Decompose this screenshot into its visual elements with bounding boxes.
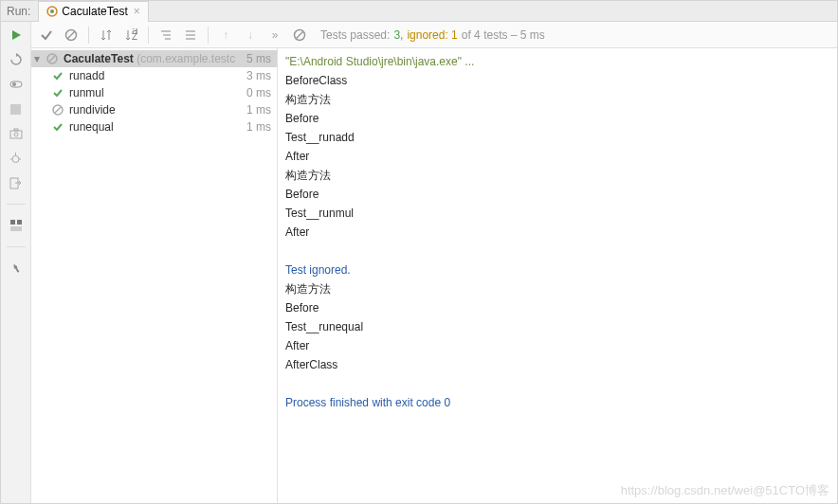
console-line: 构造方法	[285, 279, 829, 298]
tree-item-time: 1 ms	[246, 120, 271, 134]
console-line: Before	[285, 185, 829, 204]
rerun-icon[interactable]	[9, 52, 24, 67]
console-line: Before	[285, 109, 829, 128]
svg-line-21	[296, 31, 303, 39]
svg-rect-7	[14, 129, 18, 131]
svg-text:z: z	[132, 29, 137, 42]
svg-line-17	[67, 31, 75, 39]
tree-root-time: 5 ms	[246, 52, 271, 65]
console-line: BeforeClass	[285, 71, 829, 90]
console-line: 构造方法	[285, 166, 829, 185]
console-line: After	[285, 223, 829, 242]
tree-item-time: 3 ms	[246, 69, 271, 82]
console-line: Test__runequal	[285, 317, 829, 336]
up-icon[interactable]: ↑	[216, 26, 235, 45]
status-suffix: of 4 tests – 5 ms	[462, 28, 545, 42]
console-line: After	[285, 147, 829, 166]
tree-item[interactable]: runequal1 ms	[31, 118, 277, 135]
tree-item-name: rundivide	[69, 103, 243, 117]
console-line: AfterClass	[285, 355, 829, 374]
svg-line-25	[55, 107, 61, 113]
toolbar-divider	[208, 27, 209, 44]
ignored-block: ignored: 1	[407, 28, 457, 42]
console-exit: Process finished with exit code 0	[285, 393, 829, 412]
skip-icon	[46, 53, 60, 64]
tab-bar: Run: CaculateTest ×	[1, 1, 837, 22]
tree-item-name: runadd	[69, 69, 243, 82]
test-toolbar: az ↑ ↓ » Tests passed: 3, ignored: 1 of …	[31, 22, 837, 48]
svg-line-23	[49, 56, 55, 62]
pass-icon	[52, 121, 65, 133]
console-line: Test__runadd	[285, 128, 829, 147]
more-icon[interactable]: »	[265, 26, 284, 45]
expand-arrow-icon[interactable]: ▾	[31, 52, 43, 65]
tree-item[interactable]: rundivide1 ms	[31, 101, 277, 118]
passed-count: 3,	[393, 28, 403, 42]
svg-point-8	[12, 155, 19, 162]
tree-item-name: runmul	[69, 86, 243, 99]
console-line	[285, 242, 829, 261]
run-label: Run:	[7, 5, 30, 18]
console-ignored: Test ignored.	[285, 261, 829, 279]
run-icon[interactable]	[9, 27, 24, 43]
console-command: "E:\Android Studio\jre\bin\java.exe" ...	[285, 52, 829, 71]
skip-icon	[52, 104, 65, 116]
console-line: After	[285, 336, 829, 355]
tree-item-name: runequal	[69, 120, 243, 134]
toggle-icon[interactable]	[9, 77, 24, 92]
tree-item-time: 0 ms	[246, 86, 271, 99]
svg-point-3	[12, 82, 16, 86]
camera-icon[interactable]	[9, 126, 24, 141]
collapse-icon[interactable]	[181, 26, 200, 45]
status-prefix: Tests passed:	[320, 28, 390, 42]
bug-icon[interactable]	[9, 151, 24, 166]
stop-icon[interactable]	[9, 101, 24, 117]
expand-icon[interactable]	[156, 26, 175, 45]
svg-point-1	[50, 9, 54, 13]
tree-item-time: 1 ms	[246, 103, 271, 117]
skip-status-icon	[290, 26, 309, 45]
tab-name: CaculateTest	[62, 5, 127, 18]
test-tree[interactable]: ▾ CaculateTest (com.example.testc 5 ms r…	[31, 48, 278, 503]
tree-root[interactable]: ▾ CaculateTest (com.example.testc 5 ms	[31, 50, 277, 67]
gutter-separator	[7, 204, 26, 205]
svg-rect-5	[10, 131, 22, 138]
status-text: Tests passed: 3, ignored: 1 of 4 tests –…	[320, 28, 545, 42]
watermark: https://blog.csdn.net/wei@51CTO博客	[621, 482, 829, 499]
tree-item[interactable]: runadd3 ms	[31, 67, 277, 84]
pass-icon	[52, 87, 65, 99]
exit-icon[interactable]	[9, 175, 24, 190]
down-icon[interactable]: ↓	[241, 26, 260, 45]
toolbar-divider	[88, 27, 89, 44]
svg-rect-13	[10, 220, 15, 225]
close-icon[interactable]: ×	[134, 5, 140, 18]
skip-filter-icon[interactable]	[62, 26, 81, 45]
svg-rect-14	[17, 220, 22, 225]
svg-rect-4	[10, 104, 21, 115]
console-line	[285, 374, 829, 393]
tree-item[interactable]: runmul0 ms	[31, 84, 277, 101]
svg-point-6	[14, 133, 18, 136]
check-icon[interactable]	[37, 26, 56, 45]
layout-icon[interactable]	[9, 218, 24, 233]
console-output[interactable]: "E:\Android Studio\jre\bin\java.exe" ...…	[278, 48, 837, 503]
console-line: Before	[285, 298, 829, 317]
console-line: Test__runmul	[285, 204, 829, 223]
console-line: 构造方法	[285, 90, 829, 109]
pin-icon[interactable]	[9, 261, 24, 276]
sort-alpha-icon[interactable]: az	[121, 26, 140, 45]
sort-icon[interactable]	[97, 26, 116, 45]
test-icon	[46, 6, 58, 17]
left-gutter	[1, 22, 31, 503]
svg-rect-15	[10, 226, 22, 231]
pass-icon	[52, 70, 65, 81]
gutter-separator	[7, 246, 26, 247]
toolbar-divider	[148, 27, 149, 44]
tree-root-name: CaculateTest (com.example.testc	[64, 52, 243, 65]
run-tab[interactable]: CaculateTest ×	[38, 1, 148, 22]
